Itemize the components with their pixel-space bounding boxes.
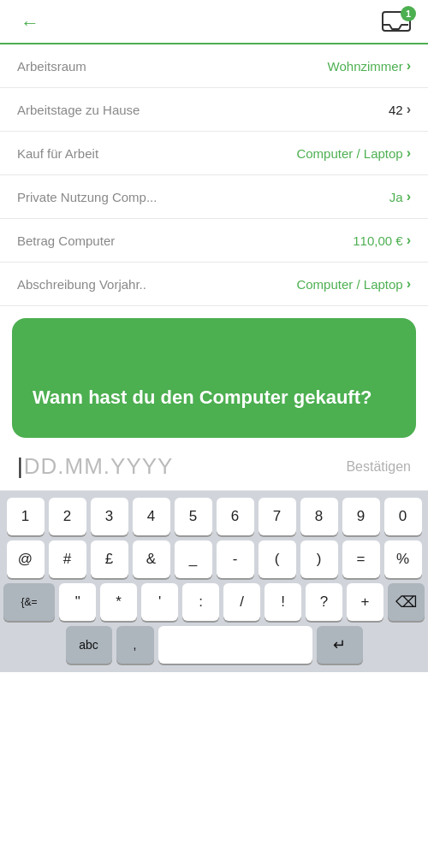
date-cursor: | [17,453,24,479]
arbeitstage-row[interactable]: Arbeitstage zu Hause 42 › [0,88,428,132]
key-comma[interactable]: , [116,626,154,664]
arbeitstage-chevron: › [407,102,411,117]
key-4[interactable]: 4 [133,498,170,535]
abschreibung-value: Computer / Laptop [296,277,402,292]
arbeitstage-value: 42 [389,103,403,117]
kauf-chevron: › [407,145,411,161]
key-hash[interactable]: # [49,540,86,578]
keyboard-row-numbers: 1 2 3 4 5 6 7 8 9 0 [3,498,425,535]
form-section: Arbeitsraum Wohnzimmer › Arbeitstage zu … [0,44,428,306]
key-quote[interactable]: " [59,583,96,621]
betrag-row[interactable]: Betrag Computer 110,00 € › [0,219,428,263]
kauf-row[interactable]: Kauf für Arbeit Computer / Laptop › [0,132,428,175]
betrag-chevron: › [407,233,411,248]
key-plus[interactable]: + [347,583,383,621]
keyboard: 1 2 3 4 5 6 7 8 9 0 @ # £ & _ - ( ) = % … [0,491,428,672]
key-abc[interactable]: abc [66,626,112,664]
arbeitsraum-chevron: › [407,58,411,74]
inbox-badge: 1 [401,6,416,21]
key-at[interactable]: @ [7,540,45,578]
key-apostrophe[interactable]: ' [141,583,178,621]
key-8[interactable]: 8 [300,498,338,535]
key-delete[interactable]: ⌫ [388,583,425,621]
header: ← 1 [0,0,428,44]
key-question[interactable]: ? [306,583,342,621]
kauf-value: Computer / Laptop [296,146,402,161]
key-return[interactable]: ↵ [317,626,363,664]
arbeitsraum-value: Wohnzimmer [328,59,403,74]
keyboard-row-more-symbols: {&= " * ' : / ! ? + ⌫ [3,583,425,621]
confirm-button[interactable]: Bestätigen [346,459,411,475]
key-1[interactable]: 1 [7,498,45,535]
key-space[interactable] [158,626,312,664]
key-exclamation[interactable]: ! [265,583,301,621]
key-slash[interactable]: / [223,583,260,621]
betrag-label: Betrag Computer [17,233,353,248]
arbeitsraum-row[interactable]: Arbeitsraum Wohnzimmer › [0,44,428,88]
key-percent[interactable]: % [384,540,422,578]
key-underscore[interactable]: _ [175,540,212,578]
key-7[interactable]: 7 [259,498,296,535]
date-placeholder-text: DD.MM.YYYY [24,453,174,479]
inbox-button[interactable]: 1 [382,11,411,35]
key-symbols-toggle[interactable]: {&= [3,583,55,621]
back-button[interactable]: ← [17,10,43,36]
key-6[interactable]: 6 [217,498,254,535]
key-close-paren[interactable]: ) [300,540,338,578]
key-5[interactable]: 5 [175,498,212,535]
key-asterisk[interactable]: * [100,583,137,621]
key-equals[interactable]: = [342,540,380,578]
key-0[interactable]: 0 [384,498,422,535]
private-nutzung-label: Private Nutzung Comp... [17,190,389,204]
green-card-text: Wann hast du den Computer gekauft? [33,386,372,410]
arbeitstage-label: Arbeitstage zu Hause [17,103,389,117]
key-9[interactable]: 9 [342,498,380,535]
key-2[interactable]: 2 [49,498,86,535]
key-ampersand[interactable]: & [133,540,170,578]
private-nutzung-row[interactable]: Private Nutzung Comp... Ja › [0,175,428,219]
betrag-value: 110,00 € [353,233,402,248]
private-nutzung-value: Ja [389,190,403,204]
green-card: Wann hast du den Computer gekauft? [12,318,416,438]
key-open-paren[interactable]: ( [259,540,296,578]
abschreibung-row[interactable]: Abschreibung Vorjahr.. Computer / Laptop… [0,263,428,306]
key-colon[interactable]: : [182,583,219,621]
kauf-label: Kauf für Arbeit [17,146,296,161]
keyboard-row-bottom: abc , ↵ [3,626,425,664]
keyboard-row-symbols: @ # £ & _ - ( ) = % [3,540,425,578]
abschreibung-chevron: › [407,276,411,292]
abschreibung-label: Abschreibung Vorjahr.. [17,277,296,292]
date-input-area[interactable]: |DD.MM.YYYY Bestätigen [0,438,428,491]
date-field[interactable]: |DD.MM.YYYY [17,453,173,480]
key-pound[interactable]: £ [91,540,128,578]
private-nutzung-chevron: › [407,189,411,204]
key-minus[interactable]: - [217,540,254,578]
key-3[interactable]: 3 [91,498,128,535]
arbeitsraum-label: Arbeitsraum [17,59,328,74]
